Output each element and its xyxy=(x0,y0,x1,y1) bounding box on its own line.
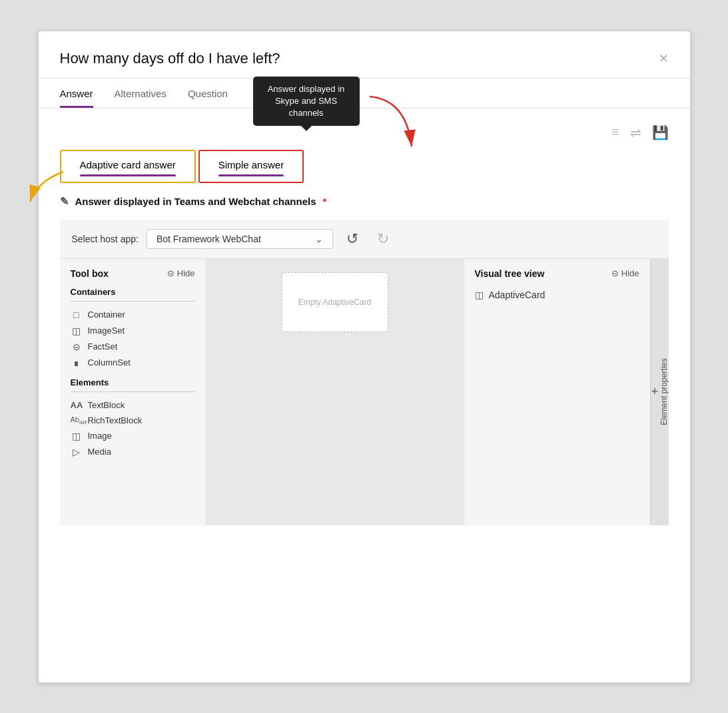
adaptive-card-tab[interactable]: Adaptive card answer xyxy=(60,150,196,183)
visual-tree-panel: Visual tree view ⊝ Hide ◫ AdaptiveCard xyxy=(464,259,650,525)
canvas-panel: Empty AdaptiveCard xyxy=(206,259,464,525)
simple-answer-tab[interactable]: Simple answer xyxy=(198,150,304,183)
close-icon[interactable]: ✕ xyxy=(659,51,669,66)
save-icon[interactable]: 💾 xyxy=(652,124,669,140)
image-label: Image xyxy=(88,431,112,441)
host-app-value: Bot Framework WebChat xyxy=(157,234,261,244)
editor-body: Tool box ⊝ Hide Containers □ Container xyxy=(60,259,669,525)
toolbox-title: Tool box xyxy=(71,268,109,279)
visual-tree-hide-icon: ⊝ xyxy=(611,268,619,278)
align-icon[interactable]: ≡ xyxy=(611,124,619,140)
containers-divider xyxy=(71,301,195,302)
visual-tree-header: Visual tree view ⊝ Hide xyxy=(475,268,639,279)
columnset-icon: ∎ xyxy=(71,357,83,368)
tool-columnset[interactable]: ∎ ColumnSet xyxy=(71,355,195,371)
dialog-title: How many days off do I have left? xyxy=(60,50,280,67)
tool-textblock[interactable]: AA TextBlock xyxy=(71,397,195,413)
tool-richtextblock[interactable]: Abdef RichTextBlock xyxy=(71,413,195,428)
image-icon: ◫ xyxy=(71,431,83,441)
add-element-button[interactable]: + xyxy=(651,383,659,401)
textblock-icon: AA xyxy=(71,400,83,410)
answer-label-text: Answer displayed in Teams and Webchat ch… xyxy=(75,196,316,207)
editor-toolbar: Select host app: Bot Framework WebChat ⌄… xyxy=(60,220,669,259)
richtextblock-icon: Abdef xyxy=(71,415,83,425)
chevron-down-icon: ⌄ xyxy=(315,234,323,244)
host-app-select[interactable]: Bot Framework WebChat ⌄ xyxy=(147,229,333,249)
tool-image[interactable]: ◫ Image xyxy=(71,428,195,444)
imageset-icon: ◫ xyxy=(71,326,83,336)
answer-tabs-wrapper: Answer displayed in Skype and SMS channe… xyxy=(60,150,669,183)
red-arrow xyxy=(366,93,420,156)
content-area: ≡ ⇌ 💾 Answer displayed in Skype and SMS … xyxy=(39,109,690,542)
undo-button[interactable]: ↺ xyxy=(341,228,364,250)
tree-adaptive-card-icon: ◫ xyxy=(475,290,484,300)
visual-tree-hide-label: Hide xyxy=(621,268,639,278)
columnset-label: ColumnSet xyxy=(88,357,131,367)
tree-item-adaptive-card[interactable]: ◫ AdaptiveCard xyxy=(475,287,639,303)
container-icon: □ xyxy=(71,310,83,320)
imageset-label: ImageSet xyxy=(88,326,125,336)
textblock-label: TextBlock xyxy=(88,400,125,410)
hide-label: Hide xyxy=(177,268,195,278)
tabs-row: Answer Alternatives Question xyxy=(39,79,690,109)
tree-adaptive-card-label: AdaptiveCard xyxy=(489,290,546,300)
visual-tree-hide-button[interactable]: ⊝ Hide xyxy=(611,268,639,278)
toolbar-row: ≡ ⇌ 💾 xyxy=(60,124,669,140)
empty-card-label: Empty AdaptiveCard xyxy=(298,298,371,307)
media-label: Media xyxy=(88,447,111,457)
host-app-label: Select host app: xyxy=(72,234,139,244)
toolbox-panel: Tool box ⊝ Hide Containers □ Container xyxy=(60,259,206,525)
adaptive-card-editor: Select host app: Bot Framework WebChat ⌄… xyxy=(60,220,669,526)
swap-icon[interactable]: ⇌ xyxy=(630,124,641,140)
adaptive-card-label: Adaptive card answer xyxy=(80,159,176,170)
tab-question[interactable]: Question xyxy=(188,79,228,108)
tooltip-box: Answer displayed in Skype and SMS channe… xyxy=(253,77,360,126)
elements-section-title: Elements xyxy=(71,377,195,387)
simple-answer-underline xyxy=(218,174,284,176)
tab-alternatives[interactable]: Alternatives xyxy=(115,79,167,108)
adaptive-card-underline xyxy=(80,174,176,176)
main-dialog: How many days off do I have left? ✕ Answ… xyxy=(38,31,691,683)
tab-answer[interactable]: Answer xyxy=(60,79,93,108)
simple-answer-label: Simple answer xyxy=(218,159,284,170)
tooltip-text: Answer displayed in Skype and SMS channe… xyxy=(268,84,345,118)
visual-tree-title: Visual tree view xyxy=(475,268,545,279)
required-star: * xyxy=(323,196,327,207)
tool-container[interactable]: □ Container xyxy=(71,307,195,323)
elements-divider xyxy=(71,391,195,392)
dialog-header: How many days off do I have left? ✕ xyxy=(39,31,690,79)
yellow-arrow xyxy=(23,168,70,211)
redo-button[interactable]: ↻ xyxy=(372,228,394,250)
answer-label-row: ✎ Answer displayed in Teams and Webchat … xyxy=(60,195,669,208)
container-label: Container xyxy=(88,310,125,320)
richtextblock-label: RichTextBlock xyxy=(88,415,143,425)
media-icon: ▷ xyxy=(71,447,83,457)
element-properties-panel: + Element properties xyxy=(650,259,669,525)
hide-icon: ⊝ xyxy=(167,268,175,278)
answer-tabs-section: Adaptive card answer Simple answer xyxy=(60,150,669,183)
factset-label: FactSet xyxy=(88,342,118,352)
tool-media[interactable]: ▷ Media xyxy=(71,444,195,460)
toolbox-header: Tool box ⊝ Hide xyxy=(71,268,195,279)
tool-factset[interactable]: ⊝ FactSet xyxy=(71,339,195,355)
empty-card: Empty AdaptiveCard xyxy=(282,272,388,332)
containers-section-title: Containers xyxy=(71,287,195,297)
factset-icon: ⊝ xyxy=(71,342,83,352)
element-properties-label: Element properties xyxy=(659,358,669,425)
toolbox-hide-button[interactable]: ⊝ Hide xyxy=(167,268,195,278)
tool-imageset[interactable]: ◫ ImageSet xyxy=(71,323,195,339)
